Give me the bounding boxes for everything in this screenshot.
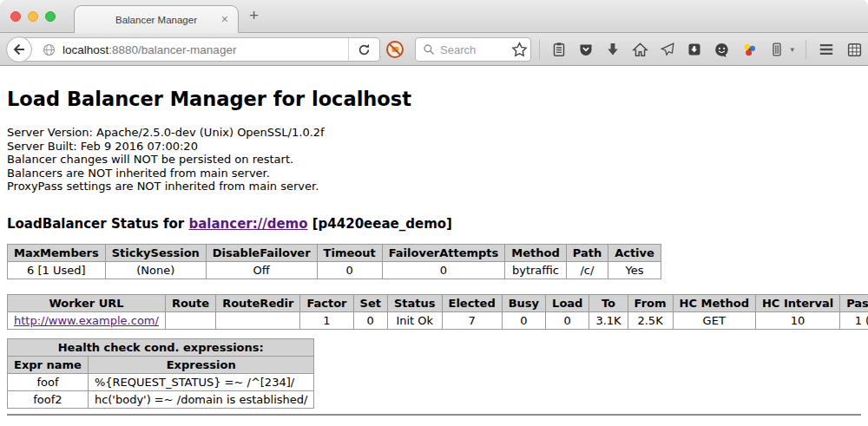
search-input[interactable] <box>440 43 518 56</box>
col-method: Method <box>505 244 566 261</box>
plugin-blocked-icon[interactable] <box>385 40 404 59</box>
status-heading-prefix: LoadBalancer Status for <box>7 216 188 232</box>
col-factor: Factor <box>300 294 353 311</box>
url-path-text: :8880/balancer-manager <box>108 43 236 56</box>
col-routeredir: RouteRedir <box>216 294 300 311</box>
bookmark-star-icon[interactable] <box>511 42 528 58</box>
grid-extension-icon[interactable] <box>846 42 863 58</box>
cell-stickysession: (None) <box>105 261 206 279</box>
server-version-line: Server Version: Apache/2.5.0-dev (Unix) … <box>7 126 861 140</box>
table-header-row: Expr name Expression <box>8 356 314 373</box>
col-path: Path <box>566 244 608 261</box>
col-stickysession: StickySession <box>105 244 206 261</box>
tab-title: Balancer Manager <box>115 15 197 25</box>
cell-active: Yes <box>608 261 661 279</box>
page-title: Load Balancer Manager for localhost <box>7 66 861 110</box>
cell-expression: hc('body') =~ /domain is established/ <box>88 390 314 408</box>
bottom-rule <box>7 414 861 416</box>
health-check-table: Health check cond. expressions: Expr nam… <box>7 338 314 409</box>
cell-routeredir <box>216 311 300 329</box>
battery-icon[interactable] <box>769 42 785 57</box>
table-header-row: Worker URL Route RouteRedir Factor Set S… <box>8 294 868 311</box>
col-maxmembers: MaxMembers <box>8 244 106 261</box>
download-panel-icon[interactable] <box>687 42 702 57</box>
reload-icon <box>357 43 372 57</box>
balancer-demo-link[interactable]: balancer://demo <box>188 216 307 232</box>
balancer-status-table: MaxMembers StickySession DisableFailover… <box>7 244 661 279</box>
col-to: To <box>589 294 628 311</box>
zoom-window-button[interactable] <box>45 11 56 22</box>
page-content: Load Balancer Manager for localhost Serv… <box>0 66 868 416</box>
col-status: Status <box>387 294 442 311</box>
col-timeout: Timeout <box>317 244 382 261</box>
col-hc-interval: HC Interval <box>755 294 839 311</box>
close-window-button[interactable] <box>10 11 21 22</box>
table-row: 6 [1 Used] (None) Off 0 0 bytraffic /c/ … <box>8 261 661 279</box>
col-expr-name: Expr name <box>8 356 89 373</box>
loadbalancer-status-heading: LoadBalancer Status for balancer://demo … <box>7 216 861 232</box>
cell-from: 2.5K <box>628 311 673 329</box>
downloads-icon[interactable] <box>605 42 621 57</box>
reading-list-icon[interactable] <box>551 42 567 57</box>
chat-icon[interactable] <box>713 42 730 58</box>
col-load: Load <box>546 294 589 311</box>
cell-disablefailover: Off <box>206 261 317 279</box>
send-tab-icon[interactable] <box>660 42 675 57</box>
new-tab-button[interactable]: + <box>249 6 259 25</box>
cell-hc-interval: 10 <box>755 311 839 329</box>
tab-close-icon[interactable]: × <box>221 13 228 25</box>
cell-worker-url: http://www.example.com/ <box>8 311 166 329</box>
cell-elected: 7 <box>442 311 502 329</box>
table-row: foof2 hc('body') =~ /domain is establish… <box>8 390 314 408</box>
cell-method: bytraffic <box>505 261 566 279</box>
col-worker-url: Worker URL <box>8 294 166 311</box>
col-passes: Passes <box>840 294 868 311</box>
tab-balancer-manager[interactable]: Balancer Manager × <box>74 5 239 34</box>
health-table-title: Health check cond. expressions: <box>8 338 314 356</box>
battery-dropdown-caret[interactable]: ▾ <box>790 45 794 54</box>
minimize-window-button[interactable] <box>28 11 38 22</box>
cell-busy: 0 <box>502 311 545 329</box>
cell-maxmembers: 6 [1 Used] <box>8 261 106 279</box>
col-active: Active <box>608 244 661 261</box>
back-button[interactable] <box>6 36 32 62</box>
cell-passes: 1 (0) <box>840 311 868 329</box>
traffic-lights <box>10 11 56 22</box>
navigation-toolbar: localhost:8880/balancer-manager <box>0 33 868 66</box>
cell-expr-name: foof <box>8 373 89 390</box>
col-disablefailover: DisableFailover <box>206 244 317 261</box>
table-title-row: Health check cond. expressions: <box>8 338 314 356</box>
server-built-line: Server Built: Feb 9 2016 07:00:20 <box>7 140 861 154</box>
cell-path: /c/ <box>566 261 608 279</box>
cell-expr-name: foof2 <box>8 390 89 408</box>
col-from: From <box>628 294 673 311</box>
toolbar-separator <box>539 40 540 59</box>
server-info: Server Version: Apache/2.5.0-dev (Unix) … <box>7 126 861 193</box>
url-bar[interactable]: localhost:8880/balancer-manager <box>19 37 380 62</box>
extension-dots-icon[interactable] <box>741 42 758 58</box>
search-icon <box>423 43 435 56</box>
home-icon[interactable] <box>632 42 648 58</box>
col-route: Route <box>165 294 215 311</box>
persist-note-line: Balancer changes will NOT be persisted o… <box>7 153 861 167</box>
cell-expression: %{REQUEST_STATUS} =~ /^[234]/ <box>88 373 314 390</box>
cell-set: 0 <box>353 311 387 329</box>
cell-status: Init Ok <box>387 311 442 329</box>
proxypass-note-line: ProxyPass settings are NOT inherited fro… <box>7 180 861 193</box>
col-expression: Expression <box>88 356 314 373</box>
reload-button[interactable] <box>348 38 379 61</box>
url-host-text: localhost <box>62 43 108 56</box>
table-header-row: MaxMembers StickySession DisableFailover… <box>8 244 661 261</box>
menu-icon[interactable] <box>818 41 835 58</box>
cell-timeout: 0 <box>317 261 382 279</box>
inherit-note-line: Balancers are NOT inherited from main se… <box>7 167 861 180</box>
browser-window: Balancer Manager × + localhost:8880/bala… <box>0 0 868 426</box>
col-busy: Busy <box>502 294 545 311</box>
pocket-icon[interactable] <box>578 42 594 57</box>
worker-status-table: Worker URL Route RouteRedir Factor Set S… <box>7 294 868 330</box>
toolbar-separator <box>806 40 806 59</box>
worker-url-link[interactable]: http://www.example.com/ <box>14 314 159 327</box>
col-failoverattempts: FailoverAttempts <box>382 244 505 261</box>
cell-route <box>165 311 215 329</box>
cell-hc-method: GET <box>673 311 755 329</box>
